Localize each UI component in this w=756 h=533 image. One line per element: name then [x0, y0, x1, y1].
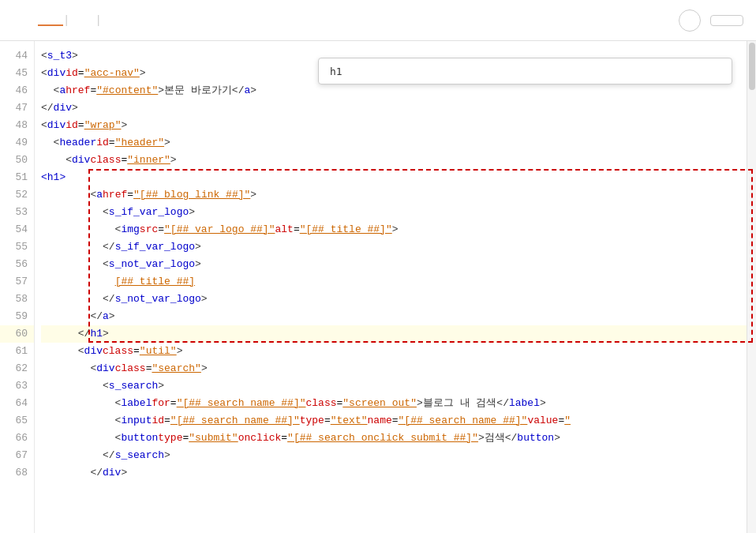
code-line-55: </s_if_var_logo> [41, 238, 747, 256]
code-line-58: </s_not_var_logo> [41, 291, 747, 308]
line-number-60: 60 [0, 325, 34, 343]
code-line-63: <s_search> [41, 377, 747, 395]
help-button[interactable] [679, 9, 701, 32]
line-number-53: 53 [0, 204, 34, 221]
toolbar-tabs: | | [38, 14, 127, 27]
line-number-46: 46 [0, 82, 34, 99]
code-line-68: </div> [41, 464, 747, 482]
code-line-47: </div> [41, 99, 747, 117]
line-number-52: 52 [0, 186, 34, 204]
editor-container: 4445464748495051525354555657585960616263… [0, 41, 756, 533]
line-number-49: 49 [0, 134, 34, 152]
scrollbar-track[interactable] [747, 41, 756, 533]
line-number-47: 47 [0, 99, 34, 117]
tab-separator-1: | [63, 14, 69, 27]
code-line-52: <a href="[##_blog_link_##]"> [41, 186, 747, 204]
code-line-48: <div id="wrap"> [41, 117, 747, 134]
line-number-50: 50 [0, 152, 34, 169]
line-number-59: 59 [0, 308, 34, 325]
toolbar-right [679, 9, 743, 32]
search-options [406, 69, 431, 73]
code-line-54: <img src="[##_var_logo_##]" alt="[##_tit… [41, 221, 747, 238]
code-line-49: <header id="header"> [41, 134, 747, 152]
code-line-66: <button type="submit" onclick="[##_searc… [41, 430, 747, 447]
line-number-48: 48 [0, 117, 34, 134]
line-number-51: 51 [0, 169, 34, 186]
line-number-54: 54 [0, 221, 34, 238]
code-line-64: <label for="[##_search_name_##]" class="… [41, 395, 747, 412]
search-word-btn[interactable] [415, 69, 421, 73]
code-line-53: <s_if_var_logo> [41, 204, 747, 221]
line-number-61: 61 [0, 343, 34, 360]
code-line-67: </s_search> [41, 447, 747, 464]
line-number-57: 57 [0, 273, 34, 291]
line-numbers: 4445464748495051525354555657585960616263… [0, 41, 35, 533]
toolbar-left: | | [13, 14, 127, 27]
line-number-65: 65 [0, 412, 34, 430]
line-number-58: 58 [0, 291, 34, 308]
line-number-62: 62 [0, 360, 34, 377]
search-regex-btn[interactable] [425, 69, 431, 73]
code-line-57: [## title ##] [41, 273, 747, 291]
line-number-44: 44 [0, 47, 34, 65]
search-menu-button[interactable] [496, 69, 502, 73]
code-line-46: <a href="#content">본문 바로가기</a> [41, 82, 747, 99]
code-line-61: <div class="util"> [41, 343, 747, 360]
code-line-51: <h1> [41, 169, 747, 186]
line-number-63: 63 [0, 377, 34, 395]
line-number-68: 68 [0, 464, 34, 482]
code-line-65: <input id="[##_search_name_##]" type="te… [41, 412, 747, 430]
scrollbar-thumb[interactable] [749, 43, 755, 90]
search-close-button[interactable] [507, 69, 513, 73]
tab-separator-2: | [95, 14, 101, 27]
code-area: 4445464748495051525354555657585960616263… [0, 41, 756, 533]
line-number-66: 66 [0, 430, 34, 447]
code-line-62: <div class="search"> [41, 360, 747, 377]
apply-button[interactable] [710, 15, 743, 26]
code-line-59: </a> [41, 308, 747, 325]
code-lines[interactable]: <s_t3><div id="acc-nav"> <a href="#conte… [35, 41, 747, 533]
code-line-60: </h1> [41, 325, 747, 343]
code-line-50: <div class="inner"> [41, 152, 747, 169]
search-nav [480, 69, 502, 73]
search-next-button[interactable] [488, 69, 494, 73]
line-number-64: 64 [0, 395, 34, 412]
line-number-45: 45 [0, 65, 34, 82]
line-number-67: 67 [0, 447, 34, 464]
line-number-56: 56 [0, 256, 34, 273]
code-line-56: <s_not_var_logo> [41, 256, 747, 273]
back-button[interactable] [13, 17, 25, 24]
toolbar: | | [0, 0, 756, 41]
search-prev-button[interactable] [480, 69, 486, 73]
search-input[interactable] [330, 66, 401, 77]
line-number-55: 55 [0, 238, 34, 256]
tab-upload[interactable] [102, 16, 127, 25]
search-case-btn[interactable] [406, 69, 412, 73]
tab-css[interactable] [69, 16, 95, 25]
search-bar [318, 58, 732, 84]
tab-html[interactable] [38, 15, 63, 26]
